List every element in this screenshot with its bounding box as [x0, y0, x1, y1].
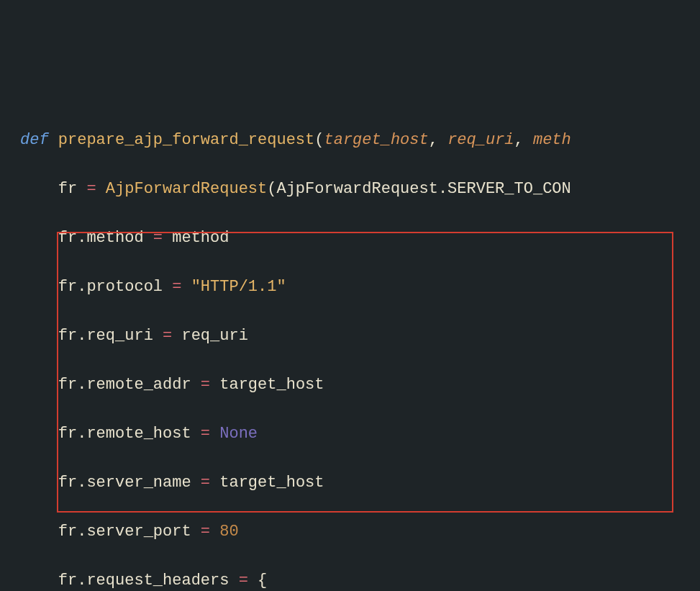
function-name: prepare_ajp_forward_request — [58, 131, 314, 149]
code-line: fr = AjpForwardRequest(AjpForwardRequest… — [0, 177, 700, 202]
code-line: fr.remote_host = None — [0, 422, 700, 446]
code-block: def prepare_ajp_forward_request(target_h… — [0, 104, 700, 591]
param: target_host — [324, 131, 428, 149]
code-line: fr.req_uri = req_uri — [0, 324, 700, 348]
code-line: fr.method = method — [0, 226, 700, 251]
keyword-def: def — [20, 131, 49, 149]
param: meth — [533, 131, 571, 149]
code-line: fr.server_port = 80 — [0, 520, 700, 544]
code-line: def prepare_ajp_forward_request(target_h… — [0, 128, 700, 153]
param: req_uri — [447, 131, 514, 149]
code-line: fr.request_headers = { — [0, 569, 700, 591]
code-line: fr.server_name = target_host — [0, 471, 700, 495]
code-line: fr.remote_addr = target_host — [0, 373, 700, 397]
code-line: fr.protocol = "HTTP/1.1" — [0, 275, 700, 299]
